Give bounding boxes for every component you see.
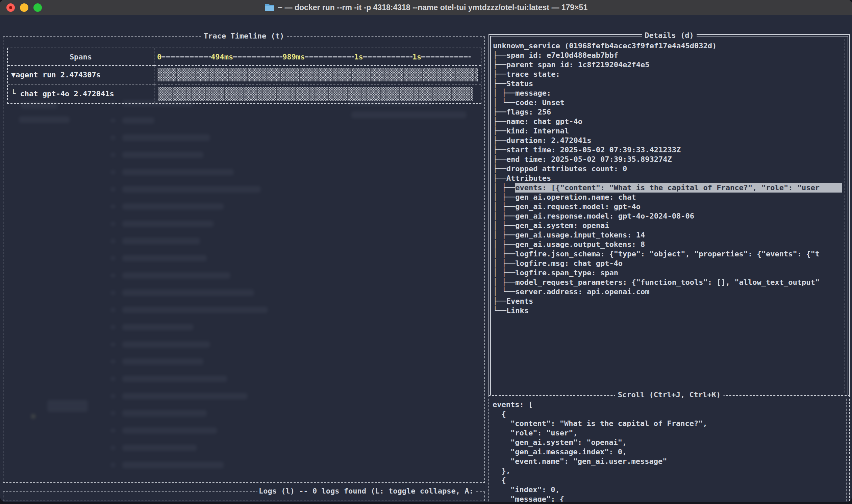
- window-title: ~ — docker run --rm -it -p 4318:4318 --n…: [265, 3, 587, 12]
- tree-node-label: model_request_parameters: {"function_too…: [515, 278, 819, 287]
- scroll-panel[interactable]: Scroll (Ctrl+J, Ctrl+K) events: [ { "con…: [489, 395, 850, 502]
- tree-node-label: duration: 2.472041s: [506, 136, 592, 145]
- tree-branch-glyph: ├──: [493, 126, 506, 136]
- tree-node-label: Events: [506, 296, 533, 306]
- details-tree-node[interactable]: ├──name: chat gpt-4o: [493, 117, 842, 126]
- details-tree: unknown_service (01968fefb4acec3f9fef17e…: [493, 41, 842, 393]
- tree-branch-glyph: ├──: [493, 155, 506, 164]
- tree-node-label: name: chat gpt-4o: [506, 117, 582, 126]
- tree-branch-glyph: ├──: [493, 107, 506, 117]
- timeline-ruler: 0494ms989ms1s1s: [155, 48, 481, 65]
- tree-branch-glyph: │ ├──: [493, 278, 515, 287]
- tree-branch-glyph: │ └──: [493, 98, 515, 107]
- details-tree-node[interactable]: │ ├──events: [{"content": "What is the c…: [493, 183, 842, 193]
- scroll-json-content: events: [ { "content": "What is the capi…: [492, 400, 843, 502]
- details-tree-node[interactable]: ├──flags: 256: [493, 107, 842, 117]
- tree-node-label: Status: [506, 79, 533, 89]
- details-tree-node[interactable]: ├──end time: 2025-05-02 07:39:35.893274Z: [493, 155, 842, 164]
- scroll-json-line: "gen_ai.message.index": 0,: [492, 447, 843, 457]
- tree-node-label: gen_ai.request.model: gpt-4o: [515, 202, 640, 212]
- details-tree-node[interactable]: ├──span id: e7e10d488eab7bbf: [493, 51, 842, 60]
- tree-node-label: gen_ai.usage.output_tokens: 8: [515, 240, 645, 249]
- details-tree-node[interactable]: ├──Status: [493, 79, 842, 89]
- scroll-json-line: {: [492, 475, 843, 485]
- trace-timeline-panel[interactable]: Trace Timeline (t) Spans 0494ms989ms1s1s…: [3, 36, 485, 483]
- scroll-json-line: "message": {: [492, 494, 843, 502]
- details-tree-node[interactable]: │ ├──message:: [493, 89, 842, 98]
- tree-node-label: logfire.msg: chat gpt-4o: [515, 259, 623, 268]
- scroll-panel-title: Scroll (Ctrl+J, Ctrl+K): [615, 391, 724, 399]
- details-tree-node[interactable]: │ ├──logfire.msg: chat gpt-4o: [493, 259, 842, 268]
- tree-branch-glyph: ├──: [493, 117, 506, 126]
- zoom-button[interactable]: [33, 3, 42, 12]
- details-tree-node[interactable]: unknown_service (01968fefb4acec3f9fef17e…: [493, 41, 842, 51]
- tree-branch-glyph: ├──: [493, 70, 506, 79]
- ruler-tick: 1s: [354, 53, 363, 61]
- details-panel[interactable]: Details (d) unknown_service (01968fefb4a…: [489, 34, 850, 395]
- details-panel-title: Details (d): [642, 31, 696, 39]
- details-tree-node[interactable]: ├──dropped attributes count: 0: [493, 164, 842, 174]
- details-tree-node[interactable]: │ ├──gen_ai.usage.input_tokens: 14: [493, 230, 842, 240]
- scroll-scrollbar[interactable]: [846, 399, 847, 502]
- span-row-timeline-cell[interactable]: [155, 85, 481, 103]
- tree-node-label: trace state:: [506, 70, 560, 79]
- details-tree-node[interactable]: │ ├──logfire.span_type: span: [493, 268, 842, 278]
- scroll-json-line: "gen_ai.system": "openai",: [492, 438, 843, 447]
- scroll-json-line: "event.name": "gen_ai.user.message": [492, 457, 843, 466]
- tree-node-label: flags: 256: [506, 107, 551, 117]
- details-tree-node[interactable]: ├──trace state:: [493, 70, 842, 79]
- tree-node-label: gen_ai.usage.input_tokens: 14: [515, 230, 645, 240]
- span-row-label-cell[interactable]: └ chat gpt-4o 2.472041s: [8, 85, 155, 103]
- details-tree-node[interactable]: ├──Attributes: [493, 174, 842, 183]
- ruler-tick: 494ms: [211, 53, 233, 61]
- details-tree-node[interactable]: │ ├──gen_ai.system: openai: [493, 221, 842, 230]
- details-tree-node[interactable]: │ └──server.address: api.openai.com: [493, 287, 842, 296]
- timeline-ruler-cell: 0494ms989ms1s1s: [155, 48, 481, 66]
- span-row-label-cell[interactable]: ▼agent run 2.474307s: [8, 66, 155, 85]
- tree-branch-glyph: │ ├──: [493, 259, 515, 268]
- details-scrollbar[interactable]: [845, 39, 845, 393]
- tree-node-label: unknown_service (01968fefb4acec3f9fef17e…: [493, 41, 717, 51]
- scroll-json-line: {: [492, 410, 843, 419]
- span-row-timeline-cell[interactable]: [155, 66, 481, 85]
- details-tree-node[interactable]: │ ├──gen_ai.operation.name: chat: [493, 193, 842, 202]
- details-tree-node[interactable]: │ ├──model_request_parameters: {"functio…: [493, 278, 842, 287]
- logs-panel[interactable]: Logs (l) -- 0 logs found (L: toggle coll…: [3, 491, 485, 501]
- close-button[interactable]: [6, 3, 15, 12]
- details-tree-node[interactable]: │ └──code: Unset: [493, 98, 842, 107]
- details-tree-node[interactable]: ├──start time: 2025-05-02 07:39:33.42123…: [493, 145, 842, 155]
- tree-branch-glyph: │ ├──: [493, 89, 515, 98]
- tree-branch-glyph: ├──: [493, 296, 506, 306]
- details-tree-node[interactable]: │ ├──gen_ai.request.model: gpt-4o: [493, 202, 842, 212]
- details-tree-node[interactable]: │ ├──gen_ai.usage.output_tokens: 8: [493, 240, 842, 249]
- details-tree-node[interactable]: │ ├──logfire.json_schema: {"type": "obje…: [493, 249, 842, 259]
- tree-node-label: events: [{"content": "What is the capita…: [515, 183, 842, 193]
- tree-node-label: span id: e7e10d488eab7bbf: [506, 51, 618, 60]
- scroll-json-line: "role": "user",: [492, 428, 843, 438]
- terminal-window: ~ — docker run --rm -it -p 4318:4318 --n…: [0, 0, 852, 502]
- details-tree-node[interactable]: │ ├──gen_ai.response.model: gpt-4o-2024-…: [493, 212, 842, 221]
- window-titlebar: ~ — docker run --rm -it -p 4318:4318 --n…: [0, 0, 852, 15]
- traffic-lights: [6, 3, 42, 12]
- minimize-button[interactable]: [20, 3, 29, 12]
- details-tree-node[interactable]: ├──duration: 2.472041s: [493, 136, 842, 145]
- span-duration-bar[interactable]: [158, 68, 478, 82]
- logs-panel-title: Logs (l) -- 0 logs found (L: toggle coll…: [257, 487, 475, 495]
- ruler-line: [233, 56, 283, 57]
- tree-branch-glyph: ├──: [493, 174, 506, 183]
- spans-header-label: Spans: [70, 53, 92, 61]
- details-tree-node[interactable]: └──Links: [493, 306, 842, 316]
- terminal-content: Trace Timeline (t) Spans 0494ms989ms1s1s…: [0, 15, 852, 502]
- folder-icon: [265, 3, 275, 12]
- tree-branch-glyph: │ ├──: [493, 212, 515, 221]
- tree-node-label: gen_ai.system: openai: [515, 221, 609, 230]
- tree-branch-glyph: │ ├──: [493, 249, 515, 259]
- tree-node-label: logfire.json_schema: {"type": "object", …: [515, 249, 819, 259]
- ruler-line: [421, 56, 471, 57]
- details-tree-node[interactable]: ├──Events: [493, 296, 842, 306]
- span-duration-bar[interactable]: [158, 87, 473, 101]
- details-tree-node[interactable]: ├──parent span id: 1c8f219204e2f4e5: [493, 60, 842, 70]
- tree-branch-glyph: ├──: [493, 79, 506, 89]
- details-tree-node[interactable]: ├──kind: Internal: [493, 126, 842, 136]
- ruler-tick: 0: [157, 53, 162, 61]
